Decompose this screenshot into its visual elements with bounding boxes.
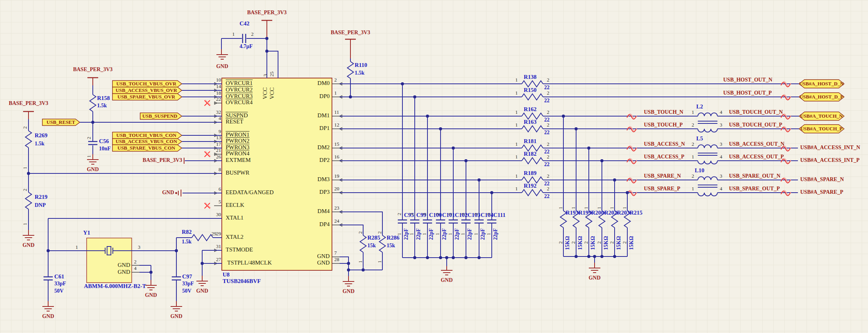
power-port-base-per-3v3[interactable]: BASE_PER_3V3 xyxy=(9,101,49,106)
gnd-symbol[interactable] xyxy=(216,55,228,59)
net-flag-label-usb-touch-vbus-con[interactable]: USB_TOUCH_VBUS_CON xyxy=(116,133,176,138)
net-label-usb-a-spare-p[interactable]: USB#A_SPARE_P xyxy=(800,190,843,195)
gnd-label[interactable]: GND xyxy=(441,278,452,283)
capacitor-symbol-c95[interactable] xyxy=(398,220,407,223)
net-label-usb-access-n[interactable]: USB_ACCESS_N xyxy=(644,142,685,147)
resistor-symbol-r189[interactable] xyxy=(522,177,543,183)
gnd-label[interactable]: GND xyxy=(196,288,208,294)
net-label-usb-access-out-n[interactable]: USB_ACCESS_OUT_N xyxy=(729,142,784,147)
choke-symbol-l2[interactable] xyxy=(698,113,717,132)
value-c111[interactable]: 22pF xyxy=(493,228,498,240)
value-c61[interactable]: 33pF xyxy=(54,281,66,286)
designator-r182[interactable]: R182 xyxy=(524,151,536,157)
choke-symbol-l5[interactable] xyxy=(698,145,717,164)
gnd-symbol[interactable] xyxy=(171,306,182,311)
designator-r150[interactable]: R150 xyxy=(524,87,536,93)
part-number-y1[interactable]: ABMM-6.000MHZ-B2-T xyxy=(84,283,146,289)
value-r269[interactable]: 1.5k xyxy=(35,141,44,147)
resistor-symbol-r162[interactable] xyxy=(522,113,543,119)
capacitor-symbol-c100[interactable] xyxy=(423,220,432,223)
net-label-usb-touch-n[interactable]: USB_TOUCH_N xyxy=(644,110,683,115)
resistor-symbol-r150[interactable] xyxy=(522,94,543,100)
capacitor-symbol-c61[interactable] xyxy=(44,277,53,280)
designator-y1[interactable]: Y1 xyxy=(83,230,90,236)
capacitor-symbol-c101[interactable] xyxy=(436,220,445,223)
net-label-usb-access-p[interactable]: USB_ACCESS_P xyxy=(644,154,684,160)
designator-r193[interactable]: R193 xyxy=(566,210,578,216)
net-flag-label-usb-spare-vbus-con[interactable]: USB_SPARE_VBUS_CON xyxy=(117,145,175,150)
designator-c97[interactable]: C97 xyxy=(182,274,192,280)
port-flag-label-usb-a-touch-n[interactable]: USB#A_TOUCH_N xyxy=(800,113,843,118)
value-c42[interactable]: 4.7µF xyxy=(240,44,253,49)
gnd-symbol[interactable] xyxy=(87,160,99,164)
capacitor-symbol-c102[interactable] xyxy=(449,220,458,223)
value-c99[interactable]: 22pF xyxy=(416,228,421,240)
resistor-symbol-r285[interactable] xyxy=(360,235,366,252)
resistor-symbol-r163[interactable] xyxy=(522,126,543,132)
value-r163[interactable]: 22 xyxy=(544,130,550,135)
net-flag-label-usb-access-vbus-con[interactable]: USB_ACCESS_VBUS_CON xyxy=(116,139,177,144)
capacitor-symbol-c104[interactable] xyxy=(474,220,484,223)
designator-r110[interactable]: R110 xyxy=(355,62,367,68)
resistor-symbol-r219[interactable] xyxy=(25,192,32,209)
designator-r203[interactable]: R203 xyxy=(617,210,630,216)
net-flag-label-usb-spare-vbus-ovr[interactable]: USB_SPARE_VBUS_OVR xyxy=(117,94,175,99)
value-r215[interactable]: 15KΩ xyxy=(629,236,634,250)
designator-r200[interactable]: R200 xyxy=(591,210,604,216)
gnd-symbol[interactable] xyxy=(343,281,354,286)
voltage-c61[interactable]: 50V xyxy=(54,288,64,294)
gnd-label[interactable]: GND xyxy=(87,167,99,172)
designator-l5[interactable]: L5 xyxy=(696,136,703,142)
power-port-base-per-3v3[interactable]: BASE_PER_3V3 xyxy=(73,67,113,72)
value-c95[interactable]: 22pF xyxy=(404,228,409,240)
value-r138[interactable]: 22 xyxy=(544,85,550,90)
gnd-symbol[interactable] xyxy=(145,285,157,290)
net-label-usb-a-spare-n[interactable]: USB#A_SPARE_N xyxy=(800,177,844,182)
net-label-usb-a-access-int-p[interactable]: USB#A_ACCESS_INT_P xyxy=(800,158,860,163)
value-r202[interactable]: 15KΩ xyxy=(603,236,609,250)
capacitor-symbol-c111[interactable] xyxy=(487,220,496,223)
net-label-usb-touch-p[interactable]: USB_TOUCH_P xyxy=(644,122,683,128)
value-r158[interactable]: 1.5k xyxy=(97,103,107,108)
value-r203[interactable]: 15KΩ xyxy=(616,236,622,250)
designator-c61[interactable]: C61 xyxy=(54,274,64,280)
port-flag-label-usb-a-host-d-n[interactable]: USB#A_HOST_D_N xyxy=(799,81,844,86)
designator-r192[interactable]: R192 xyxy=(524,183,536,189)
gnd-label[interactable]: GND xyxy=(145,293,157,298)
resistor-symbol-r192[interactable] xyxy=(522,190,543,196)
value-r110[interactable]: 1.5k xyxy=(355,70,364,76)
net-flag-label-usb-access-vbus-ovr[interactable]: USB_ACCESS_VBUS_OVR xyxy=(116,88,177,93)
value-r219[interactable]: DNP xyxy=(35,203,46,208)
net-label-usb-spare-out-p[interactable]: USB_SPARE_OUT_P xyxy=(729,186,780,191)
value-c104[interactable]: 22pF xyxy=(480,228,486,240)
net-label-usb-touch-out-n[interactable]: USB_TOUCH_OUT_N xyxy=(729,110,783,115)
resistor-symbol-r181[interactable] xyxy=(522,145,543,151)
crystal-body-y1[interactable] xyxy=(87,238,132,283)
net-label-usb-spare-out-n[interactable]: USB_SPARE_OUT_N xyxy=(729,173,781,179)
net-label-usb-host-out-n[interactable]: USB_HOST_OUT_N xyxy=(723,77,772,83)
value-c103[interactable]: 22pF xyxy=(467,228,473,240)
power-port-base-per-3v3[interactable]: BASE_PER_3V3 xyxy=(331,30,370,35)
value-r82[interactable]: 1.5k xyxy=(182,239,191,245)
power-port-base-per-3v3[interactable]: BASE_PER_3V3 xyxy=(247,10,287,15)
resistor-symbol-r269[interactable] xyxy=(25,131,32,148)
value-r150[interactable]: 22 xyxy=(544,98,550,103)
designator-r82[interactable]: R82 xyxy=(182,229,192,235)
resistor-symbol-r138[interactable] xyxy=(522,81,543,87)
designator-r199[interactable]: R199 xyxy=(578,210,591,216)
capacitor-symbol-c56[interactable] xyxy=(88,142,97,145)
value-r200[interactable]: 15KΩ xyxy=(590,236,596,250)
value-c102[interactable]: 22pF xyxy=(454,228,460,240)
net-flag-label-usb-suspend[interactable]: USB_SUSPEND xyxy=(142,113,177,118)
net-label-usb-touch-out-p[interactable]: USB_TOUCH_OUT_P xyxy=(729,122,782,128)
net-label-usb-access-out-p[interactable]: USB_ACCESS_OUT_P xyxy=(729,154,784,160)
value-r285[interactable]: 15k xyxy=(367,243,376,248)
designator-r163[interactable]: R163 xyxy=(524,119,536,125)
value-c97[interactable]: 33pF xyxy=(182,281,194,286)
part-number-u8[interactable]: TUSB2046BVF xyxy=(223,278,261,284)
designator-r285[interactable]: R285 xyxy=(367,235,380,241)
designator-r138[interactable]: R138 xyxy=(524,74,536,80)
designator-r219[interactable]: R219 xyxy=(35,194,47,200)
value-r286[interactable]: 15k xyxy=(387,243,395,248)
gnd-label[interactable]: GND xyxy=(342,289,354,294)
